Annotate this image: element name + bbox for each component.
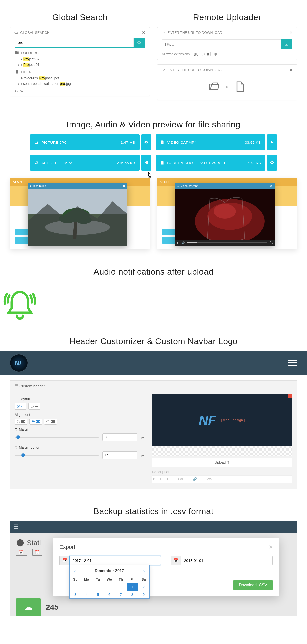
video-file-icon <box>160 140 165 144</box>
close-icon[interactable]: ✕ <box>289 67 293 72</box>
folders-heading: FOLDERS <box>15 50 145 55</box>
link-icon[interactable]: 🔗 <box>192 477 197 481</box>
remote-paste-panel: ENTER THE URL TO DOWNLOAD ✕ « <box>157 64 297 100</box>
search-button[interactable] <box>134 38 145 48</box>
video-controls[interactable]: ▶🔊 ⛶ <box>175 240 274 246</box>
calendar-day <box>92 583 104 591</box>
calendar-day[interactable]: 9 <box>138 591 149 598</box>
calendar-icon[interactable]: 📅 <box>171 556 181 565</box>
list-icon: ☰ <box>15 384 18 388</box>
calendar-day[interactable]: 8 <box>126 591 138 598</box>
video-lightbox: ⬇Video-cat.mp4✕ ▶🔊 ⛶ <box>175 183 274 246</box>
download-icon <box>284 42 289 46</box>
calendar-day[interactable]: 7 <box>115 591 126 598</box>
search-result-count: 4 / 74 <box>15 89 145 93</box>
folder-open-icon <box>208 80 220 93</box>
modal-title: Export <box>59 544 269 550</box>
clear-icon[interactable]: ⌫ <box>178 477 183 481</box>
margin-bottom-label: Margin bottom <box>15 446 144 450</box>
margin-bottom-slider[interactable] <box>15 455 99 456</box>
calendar-dow: Th <box>115 576 126 583</box>
calendar-day[interactable]: 5 <box>92 591 104 598</box>
close-icon[interactable]: ✕ <box>122 184 125 188</box>
file-row[interactable]: SCREEN-SHOT-2020-01-29-AT-1... 17.73 KB <box>156 155 266 171</box>
file-icon <box>15 70 19 74</box>
play-icon[interactable]: ▶ <box>177 241 179 244</box>
calendar-day[interactable]: 1 <box>126 583 138 591</box>
menu-icon[interactable]: ☰ <box>14 524 19 530</box>
close-icon[interactable]: ✕ <box>270 184 272 188</box>
download-icon[interactable]: ⬇ <box>177 184 179 188</box>
export-modal: Export × 📅 📅 Download .CSV ‹ <box>53 538 279 596</box>
download-icon[interactable]: ⬇ <box>30 184 32 188</box>
close-icon[interactable]: ✕ <box>289 30 293 36</box>
calendar-day[interactable]: 6 <box>104 591 115 598</box>
italic-icon[interactable]: I <box>160 477 161 481</box>
margin-bottom-input[interactable] <box>102 452 137 459</box>
search-result-folder[interactable]: / Project-01 <box>15 62 145 67</box>
global-search-panel: GLOBAL SEARCH ✕ FOLDERS / Project-02 / P… <box>10 27 150 96</box>
calendar-icon[interactable]: 📅 <box>59 556 69 565</box>
margin-slider[interactable] <box>15 437 99 438</box>
next-month-button[interactable]: › <box>142 568 146 574</box>
file-row[interactable]: VIDEO-CAT.MP4 33.56 KB <box>156 134 266 150</box>
layout-option-boxed[interactable]: ▭ <box>15 403 26 410</box>
burger-menu-icon[interactable] <box>288 360 297 366</box>
play-button[interactable] <box>267 134 277 150</box>
search-result-file[interactable]: / south-beach-wallpaper-pro.jpg <box>15 81 145 86</box>
paste-dropzone[interactable]: « <box>158 75 297 100</box>
date-from-input[interactable] <box>69 556 161 565</box>
stats-number: 245 <box>46 603 58 611</box>
code-icon[interactable]: </> <box>207 477 212 481</box>
upload-button[interactable]: Upload ⇪ <box>152 458 292 467</box>
audio-play-button[interactable] <box>141 155 151 171</box>
calendar-day[interactable]: 2 <box>138 583 149 591</box>
file-row[interactable]: AUDIO-FILE.MP3 215.55 KB <box>30 155 140 171</box>
calendar-icon[interactable]: 📅1 <box>16 548 28 556</box>
volume-icon[interactable]: 🔊 <box>182 241 185 244</box>
calendar-day[interactable]: 4 <box>81 591 92 598</box>
close-icon[interactable]: ✕ <box>142 30 146 36</box>
margin-input[interactable] <box>102 434 137 441</box>
svg-point-9 <box>214 204 236 219</box>
eye-icon <box>144 140 148 144</box>
title-header-customizer: Header Customizer & Custom Navbar Logo <box>0 336 307 346</box>
preview-button[interactable] <box>141 134 151 150</box>
title-backup: Backup statistics in .csv format <box>0 506 307 516</box>
search-result-file[interactable]: Project-02/ Proposal.pdf <box>15 76 145 81</box>
layout-option-full[interactable]: ▬ <box>28 403 40 410</box>
calendar-dow: We <box>104 576 115 583</box>
editor-toolbar[interactable]: B I U | ⌫ | 🔗 | </> <box>152 475 292 483</box>
description-label: Description <box>152 470 292 474</box>
backup-panel: ☰ Stati 📅1 📅 ☁ 245 Export × 📅 📅 <box>10 521 297 616</box>
navbar-logo[interactable]: NF <box>10 354 28 372</box>
remote-url-input[interactable] <box>162 39 281 49</box>
calendar-icon[interactable]: 📅 <box>32 548 42 556</box>
preview-button[interactable] <box>267 155 277 171</box>
search-result-folder[interactable]: / Project-02 <box>15 56 145 62</box>
file-row[interactable]: PICTURE.JPG 1.47 MB <box>30 134 140 150</box>
transparency-checker <box>152 446 292 456</box>
close-icon[interactable]: × <box>269 543 272 551</box>
remote-download-button[interactable] <box>281 39 292 49</box>
download-icon <box>162 68 166 72</box>
fullscreen-icon[interactable]: ⛶ <box>270 241 272 244</box>
download-csv-button[interactable]: Download .CSV <box>234 580 272 590</box>
align-left[interactable] <box>15 418 28 424</box>
prev-month-button[interactable]: ‹ <box>72 568 77 574</box>
delete-banner-button[interactable] <box>288 394 292 398</box>
underline-icon[interactable]: U <box>166 477 168 481</box>
bell-icon <box>0 286 40 324</box>
align-center[interactable] <box>30 418 42 424</box>
search-input[interactable] <box>15 38 134 48</box>
ext-badge: jpg <box>192 52 200 56</box>
bold-icon[interactable]: B <box>153 477 156 481</box>
align-right[interactable] <box>44 418 57 424</box>
ext-badge: gif <box>212 52 219 56</box>
calendar-day[interactable]: 3 <box>70 591 81 598</box>
margin-label: Margin <box>15 428 144 432</box>
volume-icon <box>144 160 148 165</box>
upload-widget[interactable]: ☁ <box>16 598 41 616</box>
date-to-input[interactable] <box>181 556 272 565</box>
title-preview: Image, Audio & Video preview for file sh… <box>0 120 307 129</box>
